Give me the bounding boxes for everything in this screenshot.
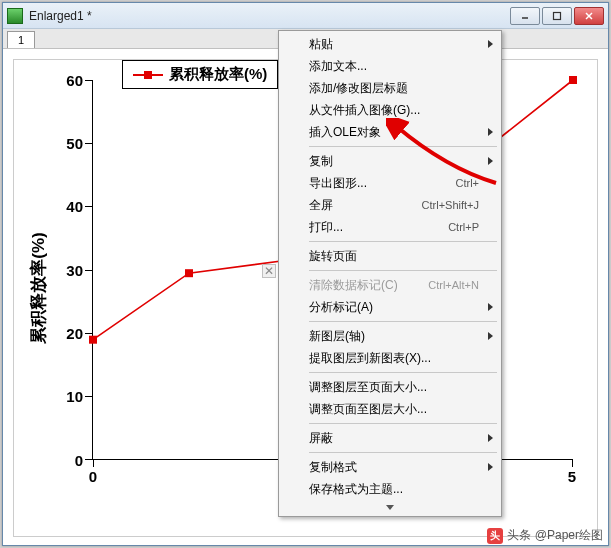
- ytick-20: 20: [59, 325, 83, 342]
- menu-item[interactable]: 屏蔽: [281, 427, 499, 449]
- menu-item-label: 新图层(轴): [309, 328, 479, 345]
- app-icon: [7, 8, 23, 24]
- close-button[interactable]: [574, 7, 604, 25]
- tab-1[interactable]: 1: [7, 31, 35, 48]
- menu-item-label: 清除数据标记(C): [309, 277, 428, 294]
- submenu-arrow-icon: [488, 128, 493, 136]
- submenu-arrow-icon: [488, 157, 493, 165]
- menu-separator: [309, 321, 497, 322]
- menu-item-label: 添加/修改图层标题: [309, 80, 479, 97]
- menu-separator: [309, 452, 497, 453]
- ytick-50: 50: [59, 135, 83, 152]
- menu-item[interactable]: 导出图形...Ctrl+: [281, 172, 499, 194]
- svg-rect-5: [185, 269, 193, 277]
- watermark-handle: @Paper绘图: [535, 527, 603, 544]
- menu-item[interactable]: 全屏Ctrl+Shift+J: [281, 194, 499, 216]
- window-buttons: [510, 7, 604, 25]
- menu-item-label: 屏蔽: [309, 430, 479, 447]
- svg-rect-4: [89, 336, 97, 344]
- menu-item-label: 从文件插入图像(G)...: [309, 102, 479, 119]
- menu-item[interactable]: 粘贴: [281, 33, 499, 55]
- menu-separator: [309, 423, 497, 424]
- y-axis-label: 累积释放率(%): [27, 232, 50, 343]
- menu-item-label: 保存格式为主题...: [309, 481, 479, 498]
- menu-item-label: 提取图层到新图表(X)...: [309, 350, 479, 367]
- menu-item[interactable]: 插入OLE对象: [281, 121, 499, 143]
- menu-separator: [309, 146, 497, 147]
- menu-item[interactable]: 分析标记(A): [281, 296, 499, 318]
- menu-item[interactable]: 新图层(轴): [281, 325, 499, 347]
- maximize-button[interactable]: [542, 7, 572, 25]
- menu-item-label: 插入OLE对象: [309, 124, 479, 141]
- panel-close-icon[interactable]: ✕: [262, 264, 276, 278]
- watermark: 头 头条 @Paper绘图: [487, 527, 603, 544]
- menu-item[interactable]: 添加/修改图层标题: [281, 77, 499, 99]
- menu-item[interactable]: 打印...Ctrl+P: [281, 216, 499, 238]
- ytick-10: 10: [59, 388, 83, 405]
- menu-item-label: 旋转页面: [309, 248, 479, 265]
- submenu-arrow-icon: [488, 303, 493, 311]
- menu-item-label: 调整页面至图层大小...: [309, 401, 479, 418]
- menu-item[interactable]: 提取图层到新图表(X)...: [281, 347, 499, 369]
- menu-item: 清除数据标记(C)Ctrl+Alt+N: [281, 274, 499, 296]
- window-title: Enlarged1 *: [29, 9, 510, 23]
- xtick-0: 0: [89, 468, 97, 485]
- menu-item-accelerator: Ctrl+Alt+N: [428, 279, 479, 291]
- titlebar[interactable]: Enlarged1 *: [3, 3, 608, 29]
- menu-item[interactable]: 旋转页面: [281, 245, 499, 267]
- context-menu: 粘贴添加文本...添加/修改图层标题从文件插入图像(G)...插入OLE对象复制…: [278, 30, 502, 517]
- minimize-button[interactable]: [510, 7, 540, 25]
- ytick-40: 40: [59, 198, 83, 215]
- menu-item-label: 复制: [309, 153, 479, 170]
- menu-item-label: 粘贴: [309, 36, 479, 53]
- menu-item[interactable]: 复制: [281, 150, 499, 172]
- menu-item[interactable]: 从文件插入图像(G)...: [281, 99, 499, 121]
- submenu-arrow-icon: [488, 332, 493, 340]
- watermark-icon: 头: [487, 528, 503, 544]
- submenu-arrow-icon: [488, 40, 493, 48]
- xtick-5: 5: [568, 468, 576, 485]
- menu-item[interactable]: 调整图层至页面大小...: [281, 376, 499, 398]
- menu-separator: [309, 241, 497, 242]
- legend-swatch-icon: [133, 74, 163, 76]
- menu-separator: [309, 372, 497, 373]
- menu-item-accelerator: Ctrl+Shift+J: [422, 199, 479, 211]
- submenu-arrow-icon: [488, 463, 493, 471]
- menu-item-label: 复制格式: [309, 459, 479, 476]
- menu-item-label: 添加文本...: [309, 58, 479, 75]
- svg-rect-9: [569, 76, 577, 84]
- ytick-0: 0: [59, 452, 83, 469]
- menu-item[interactable]: 复制格式: [281, 456, 499, 478]
- menu-expand-icon[interactable]: [281, 500, 499, 514]
- svg-rect-1: [554, 12, 561, 19]
- menu-item-label: 打印...: [309, 219, 448, 236]
- menu-item-label: 导出图形...: [309, 175, 455, 192]
- submenu-arrow-icon: [488, 434, 493, 442]
- menu-separator: [309, 270, 497, 271]
- menu-item[interactable]: 添加文本...: [281, 55, 499, 77]
- menu-item-label: 分析标记(A): [309, 299, 479, 316]
- menu-item-accelerator: Ctrl+P: [448, 221, 479, 233]
- ytick-60: 60: [59, 72, 83, 89]
- menu-item[interactable]: 调整页面至图层大小...: [281, 398, 499, 420]
- menu-item-accelerator: Ctrl+: [455, 177, 479, 189]
- menu-item-label: 调整图层至页面大小...: [309, 379, 479, 396]
- menu-item[interactable]: 保存格式为主题...: [281, 478, 499, 500]
- ytick-30: 30: [59, 262, 83, 279]
- menu-item-label: 全屏: [309, 197, 422, 214]
- watermark-prefix: 头条: [507, 527, 531, 544]
